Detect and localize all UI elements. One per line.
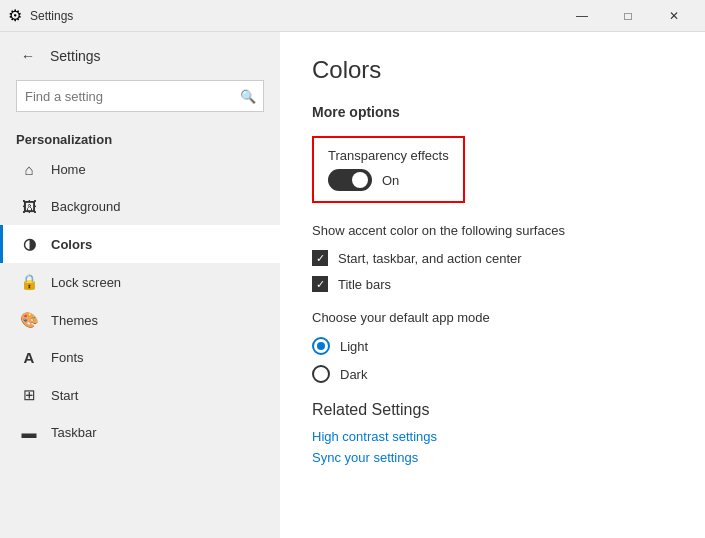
light-radio[interactable]: [312, 337, 330, 355]
sidebar-item-fonts[interactable]: A Fonts: [0, 339, 280, 376]
check-icon: ✓: [316, 279, 325, 290]
titlebar-checkbox-label: Title bars: [338, 277, 391, 292]
high-contrast-link[interactable]: High contrast settings: [312, 429, 673, 444]
sidebar-item-themes[interactable]: 🎨 Themes: [0, 301, 280, 339]
transparency-toggle[interactable]: [328, 169, 372, 191]
checkbox-item-titlebars: ✓ Title bars: [312, 276, 673, 292]
radio-dot: [317, 342, 325, 350]
sync-settings-link[interactable]: Sync your settings: [312, 450, 673, 465]
sidebar-section-label: Personalization: [0, 124, 280, 151]
lock-icon: 🔒: [19, 273, 39, 291]
sidebar-item-label: Themes: [51, 313, 98, 328]
sidebar-item-start[interactable]: ⊞ Start: [0, 376, 280, 414]
sidebar-item-label: Colors: [51, 237, 92, 252]
themes-icon: 🎨: [19, 311, 39, 329]
search-box: 🔍: [16, 80, 264, 112]
dark-label: Dark: [340, 367, 367, 382]
maximize-button[interactable]: □: [605, 0, 651, 32]
start-icon: ⊞: [19, 386, 39, 404]
light-label: Light: [340, 339, 368, 354]
back-button[interactable]: ←: [16, 44, 40, 68]
accent-color-label: Show accent color on the following surfa…: [312, 223, 673, 238]
taskbar-icon: ▬: [19, 424, 39, 441]
toggle-thumb: [352, 172, 368, 188]
titlebar-checkbox[interactable]: ✓: [312, 276, 328, 292]
sidebar-item-label: Home: [51, 162, 86, 177]
sidebar-item-label: Lock screen: [51, 275, 121, 290]
sidebar-item-home[interactable]: ⌂ Home: [0, 151, 280, 188]
page-title: Colors: [312, 56, 673, 84]
search-icon: 🔍: [240, 89, 256, 104]
title-bar-title: Settings: [30, 9, 73, 23]
app-body: ← Settings 🔍 Personalization ⌂ Home 🖼 Ba…: [0, 32, 705, 538]
fonts-icon: A: [19, 349, 39, 366]
more-options-title: More options: [312, 104, 673, 120]
title-bar: ⚙ Settings — □ ✕: [0, 0, 705, 32]
radio-item-dark: Dark: [312, 365, 673, 383]
sidebar-app-title: Settings: [50, 48, 101, 64]
checkbox-item-taskbar: ✓ Start, taskbar, and action center: [312, 250, 673, 266]
sidebar-header: ← Settings: [0, 32, 280, 76]
sidebar-item-label: Taskbar: [51, 425, 97, 440]
sidebar-item-label: Fonts: [51, 350, 84, 365]
app-mode-label: Choose your default app mode: [312, 310, 673, 325]
sidebar-item-background[interactable]: 🖼 Background: [0, 188, 280, 225]
toggle-row: On: [328, 169, 449, 191]
radio-item-light: Light: [312, 337, 673, 355]
colors-icon: ◑: [19, 235, 39, 253]
related-settings: Related Settings High contrast settings …: [312, 401, 673, 465]
sidebar-item-label: Start: [51, 388, 78, 403]
sidebar-item-colors[interactable]: ◑ Colors: [0, 225, 280, 263]
app-mode-section: Choose your default app mode Light Dark: [312, 310, 673, 383]
settings-icon: ⚙: [8, 6, 22, 25]
taskbar-checkbox[interactable]: ✓: [312, 250, 328, 266]
related-title: Related Settings: [312, 401, 673, 419]
toggle-state-label: On: [382, 173, 399, 188]
taskbar-checkbox-label: Start, taskbar, and action center: [338, 251, 522, 266]
accent-color-section: Show accent color on the following surfa…: [312, 223, 673, 292]
main-content: Colors More options Transparency effects…: [280, 32, 705, 538]
sidebar-item-label: Background: [51, 199, 120, 214]
sidebar-item-taskbar[interactable]: ▬ Taskbar: [0, 414, 280, 451]
transparency-effects-box: Transparency effects On: [312, 136, 465, 203]
minimize-button[interactable]: —: [559, 0, 605, 32]
check-icon: ✓: [316, 253, 325, 264]
window-controls: — □ ✕: [559, 0, 697, 32]
background-icon: 🖼: [19, 198, 39, 215]
sidebar-item-lock-screen[interactable]: 🔒 Lock screen: [0, 263, 280, 301]
dark-radio[interactable]: [312, 365, 330, 383]
search-input[interactable]: [16, 80, 264, 112]
sidebar: ← Settings 🔍 Personalization ⌂ Home 🖼 Ba…: [0, 32, 280, 538]
transparency-label: Transparency effects: [328, 148, 449, 163]
home-icon: ⌂: [19, 161, 39, 178]
close-button[interactable]: ✕: [651, 0, 697, 32]
